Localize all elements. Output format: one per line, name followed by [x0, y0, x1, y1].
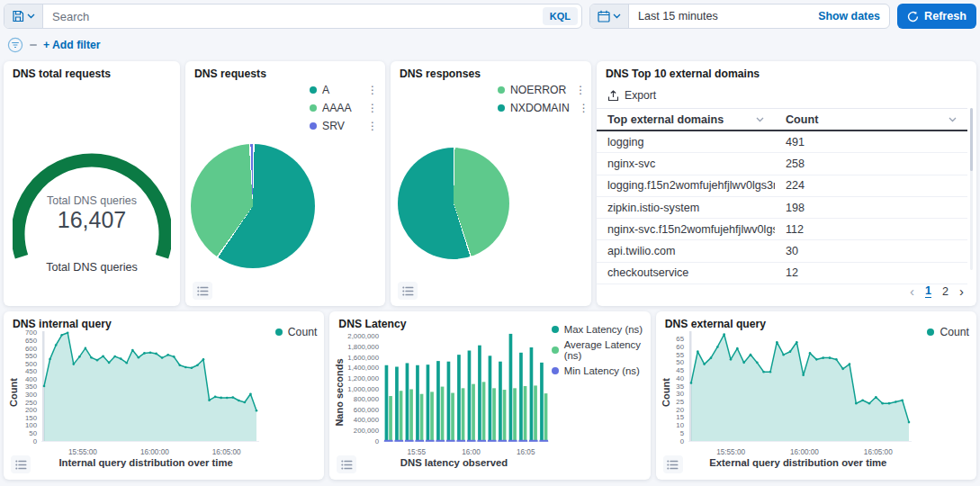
svg-text:16:05:00: 16:05:00: [864, 448, 893, 456]
add-filter-button[interactable]: + Add filter: [43, 39, 101, 51]
legend-toggle-button[interactable]: [398, 282, 418, 300]
time-picker-quick-menu-button[interactable]: [590, 4, 629, 28]
bar-chart-latency: 0200,000400,000600,000800,0001,000,0001,…: [338, 324, 553, 461]
refresh-button[interactable]: Refresh: [897, 4, 976, 29]
legend-dot: [310, 104, 317, 112]
table-cell: 12: [775, 263, 967, 284]
table-cell: 224: [775, 176, 967, 196]
legend-item-menu-icon[interactable]: ⋮: [358, 104, 378, 112]
time-picker: Last 15 minutes Show dates: [589, 4, 890, 29]
column-header-count[interactable]: Count: [775, 109, 967, 130]
svg-text:200,000: 200,000: [354, 427, 380, 435]
svg-text:20: 20: [676, 406, 684, 414]
table-header: Top external domains Count: [597, 108, 967, 131]
legend-toggle-button[interactable]: [193, 282, 212, 300]
panel-title: DNS responses: [400, 68, 481, 80]
svg-text:15:55:00: 15:55:00: [716, 448, 745, 456]
table-cell: nginx-svc.f15n2womfujehfjlwv0lgs3no...: [597, 219, 775, 239]
chevron-down-icon: [27, 14, 35, 19]
legend-item-menu-icon[interactable]: ⋮: [570, 104, 589, 112]
svg-text:0: 0: [679, 437, 684, 446]
svg-text:16:05:00: 16:05:00: [212, 448, 241, 456]
legend-dot: [498, 86, 505, 94]
kql-language-button[interactable]: KQL: [543, 7, 578, 25]
svg-text:300: 300: [25, 391, 38, 399]
table-row: nginx-svc.f15n2womfujehfjlwv0lgs3no...11…: [597, 219, 967, 240]
chart-legend: Count: [275, 326, 318, 338]
legend-item-menu-icon[interactable]: ⋮: [566, 86, 586, 94]
svg-text:400: 400: [25, 375, 38, 383]
filter-bar: + Add filter: [7, 36, 976, 54]
table-row: nginx-svc258: [597, 153, 967, 175]
chevron-down-icon: [949, 117, 957, 122]
table-cell: zipkin.istio-system: [597, 197, 775, 218]
svg-text:200: 200: [25, 406, 38, 414]
legend-toggle-button[interactable]: [11, 455, 31, 473]
search-input[interactable]: [43, 4, 539, 28]
legend-item-srv[interactable]: SRV ⋮: [310, 119, 378, 132]
svg-text:600: 600: [25, 345, 38, 353]
svg-text:550: 550: [25, 352, 38, 360]
column-header-domains[interactable]: Top external domains: [597, 109, 775, 130]
table-scrollbar[interactable]: [970, 108, 973, 270]
export-button[interactable]: Export: [607, 89, 656, 102]
show-dates-button[interactable]: Show dates: [809, 4, 889, 28]
svg-text:60: 60: [676, 343, 684, 351]
table-pagination: ‹12›: [910, 284, 964, 299]
legend-item-count[interactable]: Count: [275, 326, 318, 338]
table-cell: 30: [775, 240, 967, 261]
previous-page-button[interactable]: ‹: [910, 284, 914, 299]
svg-text:50: 50: [29, 429, 37, 437]
svg-text:30: 30: [676, 390, 684, 398]
svg-text:50: 50: [676, 358, 684, 366]
page-number-1[interactable]: 1: [925, 284, 931, 298]
svg-text:16:05: 16:05: [517, 448, 535, 456]
table-cell: api.twilio.com: [597, 240, 775, 261]
page-number-2[interactable]: 2: [942, 285, 949, 298]
time-range-value[interactable]: Last 15 minutes: [629, 4, 809, 28]
legend-dot: [498, 104, 505, 112]
legend-toggle-button[interactable]: [337, 455, 356, 473]
legend-dot: [310, 122, 317, 130]
legend-dot: [927, 328, 934, 336]
gauge-footer-label: Total DNS queries: [4, 261, 180, 274]
saved-query-menu-button[interactable]: [4, 4, 43, 28]
pie-chart-dns-responses: [398, 148, 509, 259]
pie-legend: A ⋮ AAAA ⋮ SRV ⋮: [310, 83, 378, 132]
svg-text:1,000,000: 1,000,000: [348, 385, 380, 393]
filter-icon[interactable]: [7, 37, 23, 53]
svg-text:1,200,000: 1,200,000: [348, 374, 380, 382]
svg-text:0: 0: [33, 437, 38, 446]
search-box[interactable]: KQL: [4, 4, 582, 29]
legend-item-menu-icon[interactable]: ⋮: [358, 122, 378, 130]
legend-item-aaaa[interactable]: AAAA ⋮: [310, 101, 378, 114]
table-cell: 112: [775, 219, 967, 239]
svg-text:700: 700: [25, 328, 38, 337]
legend-item-min-latency[interactable]: Min Latency (ns): [552, 365, 649, 376]
gauge-chart: [13, 101, 171, 272]
chevron-down-icon: [613, 14, 621, 19]
svg-text:16:00:00: 16:00:00: [140, 448, 169, 456]
legend-item-count[interactable]: Count: [927, 326, 969, 338]
legend-item-a[interactable]: A ⋮: [310, 83, 378, 96]
svg-text:400,000: 400,000: [354, 416, 380, 424]
panel-dns-external-query: DNS external query Count Count 051015202…: [656, 311, 976, 480]
save-icon: [12, 10, 24, 22]
svg-text:16:00:00: 16:00:00: [790, 448, 819, 456]
panel-title: DNS total requests: [13, 68, 111, 80]
legend-item-max-latency[interactable]: Max Latency (ns): [552, 324, 649, 335]
legend-item-menu-icon[interactable]: ⋮: [358, 86, 378, 94]
table-row: checkoutservice12: [597, 263, 967, 284]
panel-dns-internal-query: DNS internal query Count Count 050100150…: [4, 311, 324, 480]
refresh-icon: [907, 11, 919, 22]
chart-legend: Max Latency (ns) Average Latency (ns) Mi…: [552, 324, 649, 376]
legend-toggle-button[interactable]: [663, 455, 683, 473]
table-row: logging491: [597, 131, 967, 153]
legend-item-nxdomain[interactable]: NXDOMAIN ⋮: [498, 101, 584, 114]
legend-item-average-latency[interactable]: Average Latency (ns): [552, 339, 649, 361]
svg-text:450: 450: [25, 367, 38, 375]
svg-text:500: 500: [25, 360, 38, 368]
table-row: zipkin.istio-system198: [597, 197, 967, 219]
legend-item-noerror[interactable]: NOERROR ⋮: [498, 83, 584, 96]
next-page-button[interactable]: ›: [959, 284, 964, 299]
